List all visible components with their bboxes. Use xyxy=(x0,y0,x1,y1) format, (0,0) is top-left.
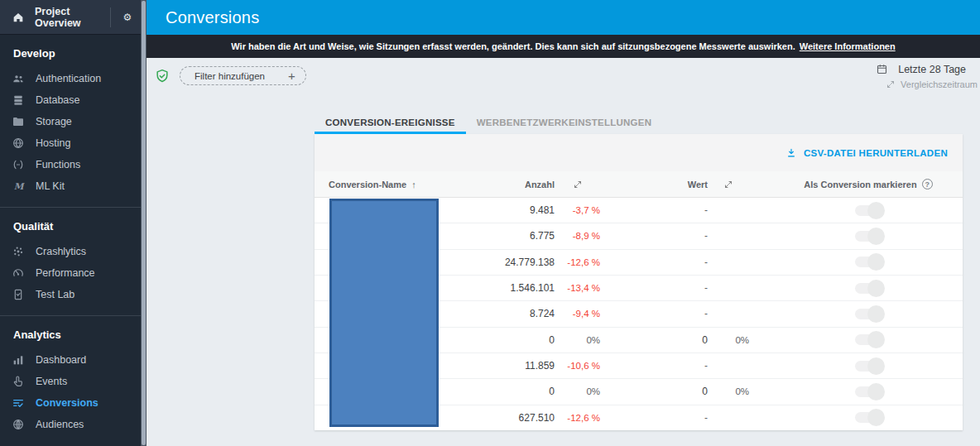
value-cell: - xyxy=(600,257,708,268)
project-topbar: Project Overview xyxy=(0,0,141,35)
help-icon[interactable]: ? xyxy=(922,179,933,189)
conversion-toggle[interactable] xyxy=(855,257,882,267)
value-change: 0% xyxy=(708,335,749,345)
sidebar-item-ml-kit[interactable]: ML Kit xyxy=(0,175,141,197)
toggle-cell xyxy=(749,361,963,372)
sidebar-item-conversions[interactable]: Conversions xyxy=(0,392,141,414)
compare-arrows-icon[interactable] xyxy=(573,180,583,189)
sidebar-item-events[interactable]: Events xyxy=(0,371,141,392)
count-change: -3,7 % xyxy=(555,205,600,215)
download-icon xyxy=(785,147,797,159)
add-filter-label: Filter hinzufügen xyxy=(195,71,265,81)
value-cell: 0 xyxy=(600,386,708,397)
sidebar-item-label: Audiences xyxy=(36,419,84,430)
count-change: -9,4 % xyxy=(555,309,600,319)
conversion-toggle[interactable] xyxy=(855,334,882,345)
sidebar-item-label: Crashlytics xyxy=(36,246,86,257)
sidebar-section-label: Analytics xyxy=(0,316,141,349)
sidebar-item-functions[interactable]: Functions xyxy=(0,154,141,175)
tab-conversion-ereignisse[interactable]: CONVERSION-EREIGNISSE xyxy=(315,110,466,134)
value-cell: - xyxy=(600,360,708,372)
count-value: 9.481 xyxy=(447,204,555,216)
count-value: 0 xyxy=(447,386,555,397)
sidebar-item-performance[interactable]: Performance xyxy=(0,262,141,284)
column-header-value[interactable]: Wert xyxy=(600,180,708,189)
sidebar-item-hosting[interactable]: Hosting xyxy=(0,132,141,154)
plus-icon: + xyxy=(288,70,295,82)
conversion-toggle[interactable] xyxy=(855,412,882,423)
funnel-check-icon xyxy=(12,396,25,410)
sidebar-item-audiences[interactable]: Audiences xyxy=(0,414,141,435)
column-header-name[interactable]: Conversion-Name ↑ xyxy=(315,180,447,189)
page-header: Conversions xyxy=(147,0,980,35)
toggle-cell xyxy=(749,205,963,216)
barchart-icon xyxy=(12,353,25,367)
crashlytics-icon xyxy=(12,245,25,258)
toggle-knob xyxy=(867,305,885,323)
compare-arrows-icon[interactable] xyxy=(723,180,733,189)
toggle-cell xyxy=(749,231,963,242)
toggle-cell xyxy=(749,283,963,294)
calendar-icon xyxy=(876,63,888,75)
conversion-toggle[interactable] xyxy=(855,205,882,216)
filter-row: Filter hinzufügen + xyxy=(154,66,306,85)
column-header-count[interactable]: Anzahl xyxy=(447,180,555,189)
compare-period-link[interactable]: Vergleichszeitraum xyxy=(886,79,978,89)
conversion-toggle[interactable] xyxy=(855,309,882,319)
date-range-selector[interactable]: Letzte 28 Tage xyxy=(876,63,966,75)
conversion-toggle[interactable] xyxy=(855,231,882,242)
value-cell: - xyxy=(600,282,708,294)
count-change: 0% xyxy=(555,335,600,345)
sidebar-item-label: Database xyxy=(36,94,80,106)
redaction-overlay xyxy=(329,199,439,427)
toggle-cell xyxy=(749,334,963,345)
toggle-cell xyxy=(749,412,963,423)
count-change: 0% xyxy=(555,386,600,396)
globe-icon xyxy=(12,137,25,150)
count-value: 627.510 xyxy=(447,412,555,424)
count-value: 8.724 xyxy=(447,308,555,319)
home-icon[interactable] xyxy=(12,11,25,24)
conversion-toggle[interactable] xyxy=(855,361,882,372)
toggle-knob xyxy=(867,253,885,271)
sidebar-item-test-lab[interactable]: Test Lab xyxy=(0,284,141,305)
notification-link[interactable]: Weitere Informationen xyxy=(800,41,896,51)
count-change: -12,6 % xyxy=(555,413,600,423)
sidebar-item-database[interactable]: Database xyxy=(0,89,141,111)
sidebar-item-authentication[interactable]: Authentication xyxy=(0,68,141,89)
toggle-cell xyxy=(749,386,963,397)
sidebar-item-dashboard[interactable]: Dashboard xyxy=(0,349,141,371)
tab-werbenetzwerkeinstellungen[interactable]: WERBENETZWERKEINSTELLUNGEN xyxy=(466,110,663,134)
value-cell: - xyxy=(600,230,708,242)
sidebar-item-label: Authentication xyxy=(36,73,101,84)
database-icon xyxy=(12,94,25,107)
notification-bar: Wir haben die Art und Weise, wie Sitzung… xyxy=(147,35,980,58)
conversion-toggle[interactable] xyxy=(855,283,882,294)
scrollbar-thumb[interactable] xyxy=(142,1,146,445)
topbar-divider xyxy=(110,7,111,27)
conversion-toggle[interactable] xyxy=(855,386,882,397)
project-overview-link[interactable]: Project Overview xyxy=(35,6,100,29)
value-change: 0% xyxy=(708,386,749,396)
download-csv-button[interactable]: CSV-DATEI HERUNTERLADEN xyxy=(785,147,948,159)
folder-icon xyxy=(12,115,25,128)
sidebar-item-storage[interactable]: Storage xyxy=(0,111,141,132)
firebase-console: Project Overview DevelopAuthenticationDa… xyxy=(0,0,980,446)
sidebar-item-crashlytics[interactable]: Crashlytics xyxy=(0,241,141,262)
add-filter-button[interactable]: Filter hinzufügen + xyxy=(180,66,306,85)
sidebar-item-label: Dashboard xyxy=(36,354,86,366)
sidebar-item-label: Hosting xyxy=(36,137,70,149)
count-change: -12,6 % xyxy=(555,257,600,267)
shield-check-icon xyxy=(154,67,171,85)
content-area: Filter hinzufügen + Letzte 28 Tage Vergl… xyxy=(147,58,980,446)
gear-icon[interactable] xyxy=(121,11,134,24)
sidebar-section-label: Develop xyxy=(0,35,141,68)
audience-globe-icon xyxy=(12,418,25,431)
sidebar-section-develop: DevelopAuthenticationDatabaseStorageHost… xyxy=(0,35,141,197)
value-cell: - xyxy=(600,308,708,319)
tab-bar: CONVERSION-EREIGNISSEWERBENETZWERKEINSTE… xyxy=(315,110,662,134)
toggle-knob xyxy=(867,202,885,219)
value-cell: 0 xyxy=(600,334,708,346)
sidebar-scrollbar[interactable] xyxy=(141,0,147,446)
sidebar-item-label: Functions xyxy=(36,159,80,170)
